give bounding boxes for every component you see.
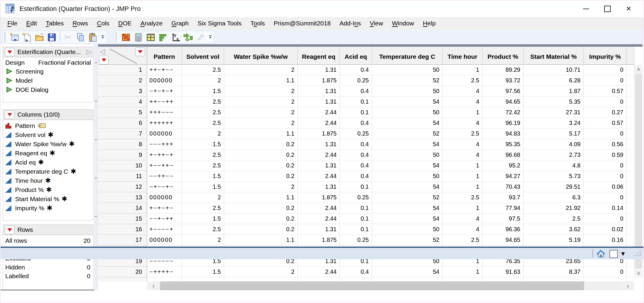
scroll-up-icon[interactable]: ∧ xyxy=(635,65,643,74)
column-item-time-hour[interactable]: Time hour✱ xyxy=(3,176,93,185)
cell[interactable]: 0.2 xyxy=(224,171,298,182)
tile-windows-button[interactable] xyxy=(144,31,157,43)
cell[interactable]: 1.5 xyxy=(182,171,224,182)
cell[interactable]: +−+−+− xyxy=(147,203,182,214)
cell[interactable]: 1 xyxy=(443,160,482,171)
columns-panel-menu-button[interactable] xyxy=(5,110,14,119)
data-table-button[interactable] xyxy=(120,31,132,43)
cell[interactable]: +−++−+ xyxy=(147,150,182,160)
menu-add-ins[interactable]: Add-Ins xyxy=(335,17,365,29)
cell[interactable]: 5.17 xyxy=(524,128,584,139)
cell[interactable]: 2 xyxy=(224,86,298,97)
cell[interactable]: 4.09 xyxy=(524,139,584,150)
cut-button[interactable]: ✂ xyxy=(62,31,74,43)
cell[interactable]: 0.16 xyxy=(584,235,627,245)
cell[interactable]: 1 xyxy=(443,107,482,118)
cell[interactable]: 1.5 xyxy=(182,182,224,192)
cell[interactable]: 94.27 xyxy=(482,171,524,182)
toolbar-overflow-icon[interactable]: ▾ xyxy=(100,35,105,39)
maximize-button[interactable] xyxy=(597,1,618,17)
cell[interactable]: 72.42 xyxy=(482,107,524,118)
cell[interactable]: 0.2 xyxy=(224,203,298,214)
cell[interactable]: 4 xyxy=(443,224,482,235)
row-number[interactable]: 2 xyxy=(98,75,147,86)
menu-file[interactable]: File xyxy=(3,17,22,29)
save-button[interactable] xyxy=(45,31,58,43)
cell[interactable]: ++−−++ xyxy=(147,97,182,107)
script-play-icon[interactable] xyxy=(6,86,13,93)
cell[interactable]: 54 xyxy=(372,267,443,277)
cell[interactable]: 0 xyxy=(584,214,627,224)
cell[interactable]: 5.35 xyxy=(524,97,584,107)
column-header-reagent-eq[interactable]: Reagent eq xyxy=(298,47,340,65)
minimize-button[interactable] xyxy=(575,1,597,17)
column-item-temperature-deg-c[interactable]: Temperature deg C✱ xyxy=(3,167,93,176)
cell[interactable]: 4 xyxy=(443,97,482,107)
column-header-impurity-[interactable]: Impurity % xyxy=(584,47,627,65)
cell[interactable]: 2.5 xyxy=(182,118,224,128)
cell[interactable]: 77.94 xyxy=(482,203,524,214)
cell[interactable]: 96.19 xyxy=(482,118,524,128)
cell[interactable]: 2 xyxy=(224,267,298,277)
cell[interactable]: 2.5 xyxy=(182,107,224,118)
cell[interactable]: 2 xyxy=(182,75,224,86)
cell[interactable]: 1.1 xyxy=(224,235,298,245)
cell[interactable]: −+−−+− xyxy=(147,182,182,192)
cell[interactable]: 000000 xyxy=(147,128,182,139)
cell[interactable]: 95.2 xyxy=(482,160,524,171)
cell[interactable]: 1 xyxy=(443,65,482,75)
row-number[interactable]: 6 xyxy=(98,118,147,128)
cell[interactable]: 93.7 xyxy=(482,192,524,203)
rows-panel-menu-button[interactable] xyxy=(5,226,14,234)
cell[interactable]: 27.31 xyxy=(524,107,584,118)
cell[interactable]: 2.5 xyxy=(443,128,482,139)
cell[interactable]: 94.65 xyxy=(482,235,524,245)
cell[interactable]: 54 xyxy=(372,214,443,224)
cell[interactable]: 1.5 xyxy=(182,86,224,97)
cell[interactable]: 4 xyxy=(443,214,482,224)
column-item-product-[interactable]: Product %✱ xyxy=(3,185,93,194)
row-number[interactable]: 9 xyxy=(98,150,147,160)
column-item-reagent-eq[interactable]: Reagent eq✱ xyxy=(3,149,93,158)
cell[interactable]: 0.1 xyxy=(340,107,372,118)
cell[interactable]: 96.36 xyxy=(482,224,524,235)
cell[interactable]: 0.25 xyxy=(340,75,372,86)
cell[interactable]: 2.44 xyxy=(298,118,340,128)
row-number[interactable]: 12 xyxy=(98,182,147,192)
cell[interactable]: 2 xyxy=(224,65,298,75)
cell[interactable]: 2.5 xyxy=(182,97,224,107)
cell[interactable]: 0.4 xyxy=(340,139,372,150)
table-panel-menu-button[interactable] xyxy=(5,48,14,56)
cell[interactable]: 2 xyxy=(182,235,224,245)
rows-stat-labelled[interactable]: Labelled0 xyxy=(3,272,93,281)
cell[interactable]: 1.31 xyxy=(298,86,340,97)
new-journal-button[interactable] xyxy=(21,31,33,43)
cell[interactable]: 96.68 xyxy=(482,150,524,160)
row-number[interactable]: 15 xyxy=(98,214,147,224)
column-header-acid-eq[interactable]: Acid eq xyxy=(340,47,372,65)
cell[interactable]: 0.4 xyxy=(340,171,372,182)
cell[interactable]: 2.44 xyxy=(298,171,340,182)
resize-grip[interactable] xyxy=(634,250,642,257)
cell[interactable]: 1.31 xyxy=(298,224,340,235)
row-number[interactable]: 20 xyxy=(98,267,147,277)
cell[interactable]: 2.73 xyxy=(524,150,584,160)
cell[interactable]: 1.87 xyxy=(524,86,584,97)
horizontal-scroll-thumb[interactable] xyxy=(160,281,584,290)
cell[interactable]: 1.31 xyxy=(298,182,340,192)
cell[interactable]: 2.5 xyxy=(182,150,224,160)
cell[interactable]: 2.5 xyxy=(182,224,224,235)
row-number[interactable]: 5 xyxy=(98,107,147,118)
cell[interactable]: 0.2 xyxy=(224,139,298,150)
cell[interactable]: 2.5 xyxy=(443,235,482,245)
cell[interactable]: 0 xyxy=(584,171,627,182)
cell[interactable]: +++−−− xyxy=(147,107,182,118)
cell[interactable]: 50 xyxy=(372,65,443,75)
cell[interactable]: ++−+−− xyxy=(147,65,182,75)
cell[interactable]: −++++− xyxy=(147,267,182,277)
cell[interactable]: −+−+−+ xyxy=(147,86,182,97)
menu-edit[interactable]: Edit xyxy=(22,17,41,29)
cell[interactable]: 1.5 xyxy=(182,139,224,150)
script-item-model[interactable]: Model xyxy=(3,76,93,85)
toolbar-overflow-icon[interactable]: ▾ xyxy=(208,35,213,39)
